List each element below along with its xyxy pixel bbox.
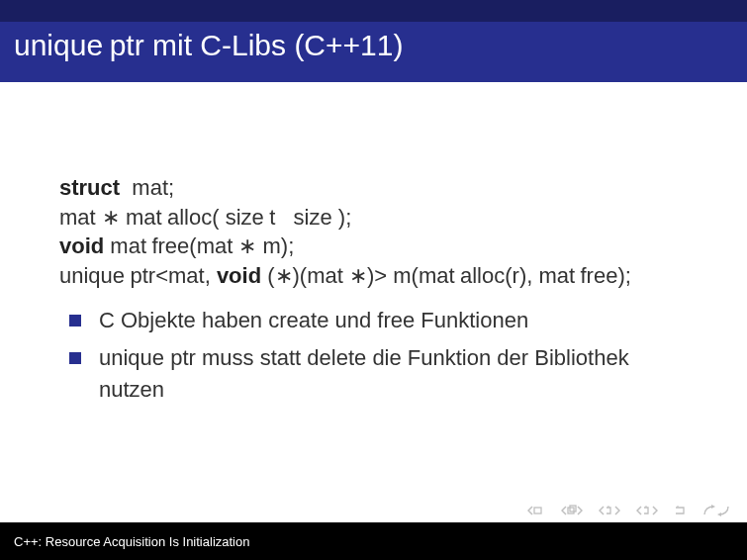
- nav-appendix-icon[interactable]: [674, 505, 686, 516]
- svg-rect-2: [570, 506, 576, 512]
- svg-rect-0: [534, 508, 541, 513]
- code-l2c: t size );: [269, 205, 351, 230]
- code-l3b: free(mat ∗ m);: [151, 233, 294, 258]
- footer: C++: Resource Acquisition Is Initializat…: [0, 522, 747, 560]
- code-l2b: alloc( size: [167, 205, 264, 230]
- list-item: C Objekte haben create und free Funktion…: [95, 305, 693, 336]
- list-item-label: unique ptr muss statt delete die Funktio…: [99, 345, 629, 402]
- nav-subsection-2-icon[interactable]: [636, 505, 658, 516]
- code-l4e: free);: [580, 263, 630, 288]
- code-block: struct mat; mat ∗ mat alloc( size t size…: [59, 173, 693, 291]
- code-kw-void-1: void: [59, 233, 104, 258]
- list-item-label: C Objekte haben create und free Funktion…: [99, 308, 528, 332]
- code-l4d: alloc(r), mat: [460, 263, 575, 288]
- page-title: unique ptr mit C-Libs (C++11): [14, 28, 733, 63]
- nav-section-back-icon[interactable]: [561, 505, 583, 516]
- list-item: unique ptr muss statt delete die Funktio…: [95, 342, 693, 406]
- nav-back-forward-icon[interactable]: [701, 505, 731, 516]
- code-l4c: (∗)(mat ∗)> m(mat: [261, 263, 455, 288]
- beamer-nav: [527, 505, 731, 516]
- slide-body: struct mat; mat ∗ mat alloc( size t size…: [0, 82, 747, 405]
- underscore-gap-icon: [103, 41, 110, 58]
- code-kw-void-2: void: [217, 263, 261, 288]
- title-part-2: ptr mit C-Libs (C++11): [110, 29, 404, 61]
- code-l2a: mat ∗ mat: [59, 205, 162, 230]
- title-part-1: unique: [14, 29, 103, 61]
- code-l4a: unique: [59, 263, 125, 288]
- code-kw-struct: struct: [59, 175, 120, 200]
- bullet-list: C Objekte haben create und free Funktion…: [59, 305, 693, 406]
- svg-rect-1: [568, 508, 574, 513]
- nav-frame-back-icon[interactable]: [527, 505, 545, 516]
- code-l4b: ptr<mat,: [130, 263, 216, 288]
- footer-label: C++: Resource Acquisition Is Initializat…: [14, 534, 249, 549]
- header-top-band: [0, 0, 747, 22]
- code-l3a: mat: [104, 233, 146, 258]
- title-band: unique ptr mit C-Libs (C++11): [0, 22, 747, 82]
- code-l1: mat;: [120, 175, 174, 200]
- slide: unique ptr mit C-Libs (C++11) struct mat…: [0, 0, 747, 560]
- nav-subsection-icon[interactable]: [599, 505, 620, 516]
